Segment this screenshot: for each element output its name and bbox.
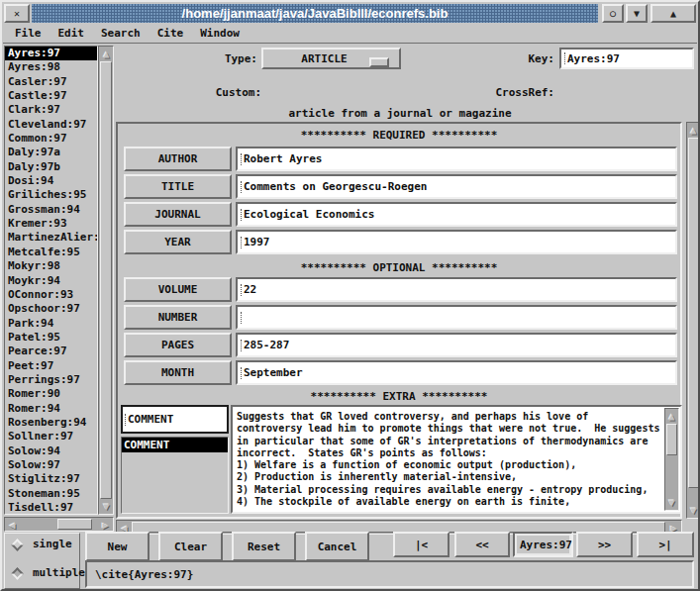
multiple-mode-radio[interactable] [11,567,24,580]
maximize-button[interactable]: ▲ [650,4,696,23]
list-horizontal-scrollbar[interactable]: ◀ ▶ [4,517,114,532]
menu-item[interactable]: Search [101,27,141,40]
reference-list-item[interactable]: Ayres:98 [5,60,97,74]
comment-scrollbar[interactable]: ▲ ▼ [664,408,679,511]
reference-list-item[interactable]: Clark:97 [5,103,97,117]
reference-list-item[interactable]: Griliches:95 [5,188,97,202]
optional-section-header: ********** OPTIONAL ********** [118,261,680,274]
reference-list-item[interactable]: Kremer:93 [5,217,97,231]
field-input[interactable]: 1997 [236,230,677,254]
form-vertical-scrollbar[interactable]: ▲ ▼ [686,122,700,519]
field-label-button[interactable]: NUMBER [124,305,232,330]
extra-field-list[interactable]: COMMENT [121,437,229,514]
scroll-down-icon[interactable]: ▼ [100,500,113,513]
reference-list-item[interactable]: Patel:95 [5,331,97,345]
reference-list-item[interactable]: Metcalfe:95 [5,246,97,259]
field-input[interactable] [236,305,677,330]
menu-circle-button[interactable]: ○ [602,4,624,23]
scroll-down-icon[interactable]: ▼ [687,504,700,517]
reference-list-item[interactable]: Solow:97 [5,458,97,472]
action-button[interactable]: Cancel [305,532,369,561]
menu-item[interactable]: Edit [58,27,85,40]
menu-item[interactable]: Window [200,27,240,40]
menu-item[interactable]: File [15,27,42,40]
reference-list-item[interactable]: Opschoor:97 [5,302,97,316]
field-label-button[interactable]: TITLE [124,174,232,199]
reference-list-item[interactable]: Casler:97 [5,75,97,89]
extra-field-list-item[interactable]: COMMENT [122,438,228,452]
list-vscroll-thumb[interactable] [100,61,112,499]
field-label-button[interactable]: YEAR [124,230,232,254]
reference-list-item[interactable]: Ayres:97 [5,47,97,60]
nav-last-button[interactable]: >| [637,532,694,557]
reference-list-item[interactable]: OConnor:93 [5,288,97,302]
reference-list-item[interactable]: Castle:97 [5,89,97,103]
single-mode-label[interactable]: single [33,538,72,550]
multiple-mode-label[interactable]: multiple [33,566,85,579]
reference-list-item[interactable]: Stiglitz:97 [5,472,97,486]
reference-list-item[interactable]: Park:94 [5,317,97,331]
nav-current-key-input[interactable]: Ayres:97 [513,532,573,557]
extra-field-name-input[interactable]: COMMENT [121,405,229,434]
key-input[interactable]: Ayres:97 [559,48,694,69]
title-drag-area[interactable]: /home/jjanmaat/java/JavaBibIII/econrefs.… [32,4,598,23]
scroll-right-icon[interactable]: ▶ [99,519,112,532]
field-row: PAGES 285-287 [124,333,677,357]
scroll-left-icon[interactable]: ◀ [6,519,19,532]
maximize-icon: ▲ [670,8,676,19]
field-label-button[interactable]: PAGES [124,333,232,357]
field-input[interactable]: Comments on Georgescu-Roegen [236,174,677,199]
field-label-button[interactable]: MONTH [124,360,232,385]
reference-list-item[interactable]: Mokyr:98 [5,259,97,273]
reference-list-item[interactable]: Rosenberg:94 [5,416,97,430]
field-input[interactable]: Robert Ayres [236,147,677,171]
reference-list-item[interactable]: Moykr:94 [5,274,97,288]
action-button[interactable]: Reset [232,532,296,561]
title-bar[interactable]: ✕ /home/jjanmaat/java/JavaBibIII/econref… [3,3,697,24]
list-hscroll-thumb[interactable] [57,519,92,530]
action-button[interactable]: Clear [158,532,223,561]
nav-first-button[interactable]: |< [393,532,450,557]
field-input[interactable]: Ecological Economics [236,202,677,227]
comment-textarea[interactable]: Suggests that GR loved controversy, and … [231,405,682,514]
field-label-button[interactable]: AUTHOR [124,147,232,171]
field-input[interactable]: September [236,360,677,385]
reference-list-item[interactable]: Solow:94 [5,444,97,458]
single-mode-radio[interactable] [11,539,24,551]
reference-list-item[interactable]: Daly:97b [5,160,97,174]
comment-scroll-thumb[interactable] [666,424,677,455]
scroll-up-icon[interactable]: ▲ [687,124,700,137]
reference-list-item[interactable]: Stoneman:95 [5,487,97,501]
reference-list-item[interactable]: Romer:94 [5,402,97,416]
reference-list-item[interactable]: Daly:97a [5,146,97,159]
reference-list-item[interactable]: Cleveland:97 [5,118,97,132]
field-input[interactable]: 22 [236,277,677,302]
reference-list-item[interactable]: Tisdell:97 [5,501,97,515]
close-button[interactable]: ✕ [4,4,30,23]
iconify-button[interactable]: ▼ [626,4,648,23]
action-button[interactable]: New [85,532,150,561]
scroll-up-icon[interactable]: ▲ [665,410,678,423]
reference-list-item[interactable]: Pearce:97 [5,345,97,358]
scroll-up-icon[interactable]: ▲ [100,48,113,60]
menu-item[interactable]: Cite [157,27,184,40]
form-vscroll-thumb[interactable] [688,138,699,488]
scroll-down-icon[interactable]: ▼ [665,496,678,509]
type-option-menu[interactable]: ARTICLE [261,48,401,69]
field-input[interactable]: 285-287 [236,333,677,357]
field-label-button[interactable]: VOLUME [124,277,232,302]
cite-string-field[interactable]: \cite{Ayres:97} [85,560,694,588]
reference-list-item[interactable]: Perrings:97 [5,373,97,387]
reference-list-item[interactable]: Grossman:94 [5,203,97,217]
reference-list-item[interactable]: Sollner:97 [5,430,97,443]
list-vertical-scrollbar[interactable]: ▲ ▼ [98,46,114,515]
reference-list-item[interactable]: Dosi:94 [5,174,97,188]
field-label-button[interactable]: JOURNAL [124,202,232,227]
reference-list-item[interactable]: Common:97 [5,132,97,146]
nav-prev-button[interactable]: << [454,532,510,557]
reference-list-item[interactable]: MartinezAlier:97 [5,231,97,245]
nav-next-button[interactable]: >> [576,532,633,557]
reference-list-item[interactable]: Romer:90 [5,387,97,401]
reference-list-item[interactable]: Peet:97 [5,359,97,373]
reference-list[interactable]: Ayres:97Ayres:98Casler:97Castle:97Clark:… [4,46,98,515]
